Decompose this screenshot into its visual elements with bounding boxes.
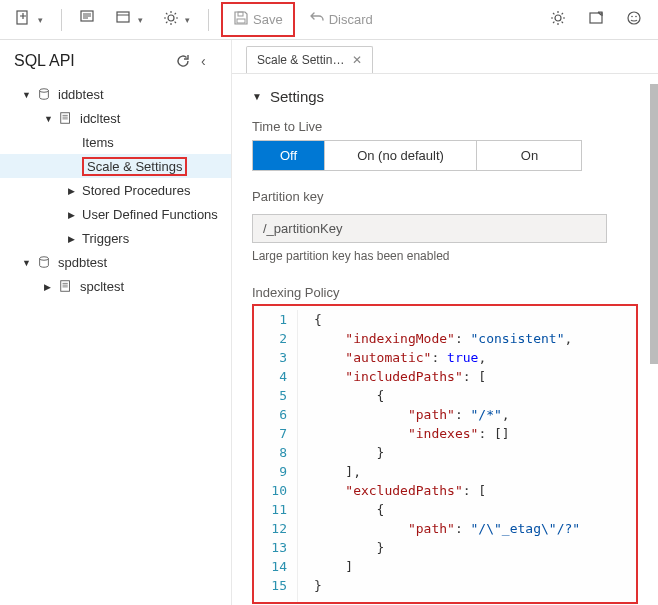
chevron-down-icon: ▾ <box>38 15 43 25</box>
ttl-label: Time to Live <box>252 119 638 134</box>
new-resource-btn[interactable]: ▾ <box>10 6 49 33</box>
caret-icon <box>68 209 78 220</box>
undo-icon <box>309 10 325 29</box>
svg-rect-0 <box>17 11 27 24</box>
tree-item[interactable]: spcltest <box>0 274 231 298</box>
caret-icon <box>68 185 78 196</box>
save-icon <box>233 10 249 29</box>
svg-rect-12 <box>61 113 70 124</box>
content-pane: Scale & Settin… ✕ ▼ Settings Time to Liv… <box>232 40 658 605</box>
tab-scale-settings[interactable]: Scale & Settin… ✕ <box>246 46 373 73</box>
tree-item-label: Items <box>82 135 114 150</box>
chevron-down-icon: ▾ <box>138 15 143 25</box>
tree-item[interactable]: Items <box>0 130 231 154</box>
query-icon <box>80 10 96 29</box>
svg-rect-14 <box>61 281 70 292</box>
partition-label: Partition key <box>252 189 638 204</box>
container-icon <box>58 278 74 294</box>
svg-point-10 <box>635 16 637 18</box>
close-icon[interactable]: ✕ <box>352 53 362 67</box>
collection-icon <box>116 10 132 29</box>
chevron-down-icon: ▼ <box>252 91 262 102</box>
tree-item-label: Triggers <box>82 231 129 246</box>
discard-button[interactable]: Discard <box>303 6 379 33</box>
indexing-policy-editor[interactable]: 123456789101112131415 { "indexingMode": … <box>254 306 636 602</box>
tree-item-label: Stored Procedures <box>82 183 190 198</box>
container-icon <box>58 110 74 126</box>
save-label: Save <box>253 12 283 27</box>
ttl-opt-on-no-default[interactable]: On (no default) <box>325 141 477 170</box>
scrollbar[interactable] <box>650 76 658 605</box>
settings-tool-btn[interactable]: ▾ <box>157 6 196 33</box>
tree-item[interactable]: Stored Procedures <box>0 178 231 202</box>
tree-item[interactable]: iddbtest <box>0 82 231 106</box>
caret-icon <box>44 281 54 292</box>
resource-tree: iddbtestidcltestItemsScale & SettingsSto… <box>0 76 231 298</box>
save-button[interactable]: Save <box>227 6 289 33</box>
tree-item-label: Scale & Settings <box>82 157 187 176</box>
tree-item-label: spdbtest <box>58 255 107 270</box>
feedback-btn[interactable] <box>620 6 648 33</box>
editor-code[interactable]: { "indexingMode": "consistent", "automat… <box>298 310 636 602</box>
indexing-policy-label: Indexing Policy <box>252 285 638 300</box>
svg-rect-4 <box>237 19 245 23</box>
toolbar-right <box>544 6 648 33</box>
tab-label: Scale & Settin… <box>257 53 344 67</box>
indexing-policy-highlight: 123456789101112131415 { "indexingMode": … <box>252 304 638 604</box>
chevron-down-icon: ▾ <box>185 15 190 25</box>
settings-section-header[interactable]: ▼ Settings <box>252 88 638 105</box>
collapse-icon[interactable]: ‹ <box>201 53 217 69</box>
fullscreen-icon <box>588 10 604 29</box>
tree-item[interactable]: spdbtest <box>0 250 231 274</box>
svg-rect-2 <box>117 12 129 22</box>
caret-icon <box>68 233 78 244</box>
separator <box>208 9 209 31</box>
tree-item[interactable]: User Defined Functions <box>0 202 231 226</box>
svg-point-13 <box>40 257 49 261</box>
preferences-btn[interactable] <box>544 6 572 33</box>
tabs-bar: Scale & Settin… ✕ <box>232 40 658 74</box>
caret-icon <box>22 89 32 100</box>
partition-key-input: /_partitionKey <box>252 214 607 243</box>
gear-icon <box>163 10 179 29</box>
tree-item-label: User Defined Functions <box>82 207 218 222</box>
tree-item[interactable]: Triggers <box>0 226 231 250</box>
editor-gutter: 123456789101112131415 <box>254 310 298 602</box>
svg-point-9 <box>631 16 633 18</box>
tree-item-label: iddbtest <box>58 87 104 102</box>
svg-rect-5 <box>238 12 243 16</box>
new-collection-btn[interactable]: ▾ <box>110 6 149 33</box>
new-resource-icon <box>16 10 32 29</box>
tree-item-label: idcltest <box>80 111 120 126</box>
sidebar: SQL API ‹ iddbtestidcltestItemsScale & S… <box>0 40 232 605</box>
discard-label: Discard <box>329 12 373 27</box>
caret-icon <box>22 257 32 268</box>
fullscreen-btn[interactable] <box>582 6 610 33</box>
new-query-btn[interactable] <box>74 6 102 33</box>
caret-icon <box>44 113 54 124</box>
tree-item[interactable]: idcltest <box>0 106 231 130</box>
gear-icon <box>550 10 566 29</box>
svg-point-8 <box>628 12 640 24</box>
settings-header-label: Settings <box>270 88 324 105</box>
svg-point-3 <box>168 15 174 21</box>
db-icon <box>36 254 52 270</box>
ttl-opt-off[interactable]: Off <box>253 141 325 170</box>
ttl-opt-on[interactable]: On <box>477 141 582 170</box>
separator <box>61 9 62 31</box>
refresh-icon[interactable] <box>175 53 191 69</box>
partition-hint: Large partition key has been enabled <box>252 249 638 263</box>
sidebar-title: SQL API <box>14 52 75 70</box>
save-highlight-box: Save <box>221 2 295 37</box>
smiley-icon <box>626 10 642 29</box>
svg-point-11 <box>40 89 49 93</box>
tree-item-label: spcltest <box>80 279 124 294</box>
toolbar: ▾ ▾ ▾ Save Discard <box>0 0 658 40</box>
svg-point-6 <box>555 15 561 21</box>
tree-item[interactable]: Scale & Settings <box>0 154 231 178</box>
db-icon <box>36 86 52 102</box>
ttl-button-group: Off On (no default) On <box>252 140 582 171</box>
